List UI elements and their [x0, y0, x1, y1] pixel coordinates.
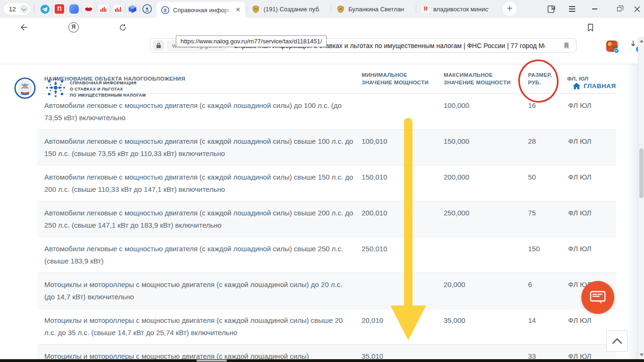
tab-title: Справочная информ: [173, 7, 229, 14]
tab-counter-value: 12: [9, 6, 16, 13]
collections-button[interactable]: [585, 22, 596, 33]
cell-object-name: Мотоциклы и мотороллеры с мощностью двиг…: [44, 279, 355, 303]
col-header-rate: РАЗМЕР, РУБ.: [528, 71, 557, 86]
cell-payers: ФЛ ЮЛ: [568, 243, 613, 255]
fns-emblem-icon: [142, 4, 152, 14]
tab-title: Буланкина Светлана Н: [348, 6, 404, 13]
pinned-tab-chart-2[interactable]: [113, 4, 123, 14]
tax-table-body: Автомобили легковые с мощностью двигател…: [0, 94, 644, 362]
nav-home-link[interactable]: ГЛАВНАЯ: [573, 82, 616, 90]
hamburger-icon: [569, 8, 575, 9]
divider: [34, 5, 34, 13]
cell-object-name: Автомобили легковые с мощностью двигател…: [44, 99, 355, 124]
browser-menu-button[interactable]: [564, 0, 580, 18]
cell-object-name: Автомобили легковые с мощностью двигател…: [44, 135, 355, 160]
cell-max-power: 100,000: [444, 99, 519, 112]
divider: [81, 5, 82, 13]
tab-active-spravochnaya[interactable]: Справочная информ ✕: [157, 2, 245, 18]
cell-min-power: 200,010: [362, 207, 432, 219]
red-chart-icon: [99, 4, 108, 14]
sync-check-badge: [614, 48, 619, 53]
window-minimize-button[interactable]: [586, 0, 603, 18]
pinned-tab-chart-1[interactable]: [98, 4, 108, 14]
scroll-to-top-button[interactable]: [606, 330, 627, 352]
home-icon: [573, 82, 580, 90]
browser-scrollbar[interactable]: [638, 37, 644, 362]
chevron-down-icon: [20, 5, 28, 13]
window-restore-button[interactable]: [611, 0, 627, 18]
cell-rate-rub: 75: [528, 207, 562, 219]
yandex-home-button[interactable]: Я: [68, 22, 79, 33]
telegram-icon: [40, 4, 50, 14]
pinned-tab-blue-app[interactable]: [69, 4, 79, 14]
tab-sozdanie-publik[interactable]: (191) Создание публик: [247, 0, 330, 18]
cell-rate-rub: 150: [528, 243, 562, 255]
cell-object-name: Автомобили легковые с мощностью двигател…: [44, 171, 355, 196]
nav-home-label: ГЛАВНАЯ: [584, 82, 616, 90]
taskbar-edge-highlight: [197, 360, 227, 362]
pinned-tab-lips[interactable]: [83, 4, 94, 14]
cell-rate-rub: 6: [528, 279, 562, 291]
tab-fade: [223, 2, 233, 18]
tab-close-icon[interactable]: ✕: [234, 6, 242, 14]
sidebar-panel-button[interactable]: [543, 0, 559, 18]
logo-line-1: СПРАВОЧНАЯ ИНФОРМАЦИЯ: [70, 80, 146, 86]
cell-rate-rub: 50: [528, 171, 562, 183]
cell-payers: ФЛ ЮЛ: [568, 135, 613, 148]
divider: [66, 5, 67, 13]
tab-counter-button[interactable]: 12: [4, 3, 30, 15]
lock-icon: [156, 42, 161, 49]
cell-object-name: Мотоциклы и мотороллеры с мощностью двиг…: [44, 314, 355, 339]
site-logo-title: СПРАВОЧНАЯ ИНФОРМАЦИЯ О СТАВКАХ И ЛЬГОТА…: [70, 80, 146, 99]
table-row: Автомобили легковые с мощностью двигател…: [0, 201, 644, 237]
tab-fade: [320, 0, 330, 18]
fns-eagle-emblem-icon: [14, 77, 36, 99]
browser-address-bar: Я www.nalog.gov.ru Справочная информация…: [0, 18, 644, 37]
restore-icon: [617, 7, 621, 11]
back-arrow-icon: [19, 23, 28, 32]
divider: [416, 5, 416, 13]
bookmarks-panel-icon: [547, 5, 555, 13]
red-chart-icon: [113, 4, 123, 14]
tab-vladivostok[interactable]: Я владивосток министер: [417, 0, 500, 18]
table-row: Автомобили легковые с мощностью двигател…: [0, 94, 644, 130]
tab-fade: [405, 0, 415, 18]
cell-min-power: 20,010: [362, 314, 432, 327]
cell-rate-rub: 14: [528, 314, 562, 327]
scrollbar-down-arrow-icon[interactable]: [640, 354, 644, 356]
col-header-min: МИНИМАЛЬНОЕ ЗНАЧЕНИЕ МОЩНОСТИ: [362, 71, 438, 86]
scrollbar-thumb[interactable]: [639, 148, 644, 198]
pinned-tab-pikabu[interactable]: П: [54, 4, 65, 14]
cell-rate-rub: 28: [528, 135, 562, 148]
cell-min-power: 100,010: [362, 135, 432, 148]
reload-button[interactable]: [117, 22, 128, 33]
profile-avatar[interactable]: [606, 41, 618, 52]
table-row: Автомобили легковые с мощностью двигател…: [0, 165, 644, 201]
tax-rates-table: НАИМЕНОВАНИЕ ОБЪЕКТА НАЛОГООБЛОЖЕНИЯ МИН…: [0, 64, 644, 362]
tab-bulankina[interactable]: Буланкина Светлана Н: [332, 0, 415, 18]
table-row: Мотоциклы и мотороллеры с мощностью двиг…: [0, 309, 644, 345]
pinned-tab-telegram[interactable]: [40, 4, 50, 14]
cell-max-power: 200,000: [444, 171, 519, 183]
back-button[interactable]: [18, 22, 29, 33]
scrollbar-up-arrow-icon[interactable]: [640, 40, 644, 42]
reload-icon: [118, 23, 127, 32]
new-tab-button[interactable]: +: [503, 2, 517, 16]
pinned-tab-blue-cube[interactable]: [127, 4, 138, 14]
bookmark-flag-icon[interactable]: [563, 42, 570, 49]
ssl-lock-chip[interactable]: [153, 40, 164, 51]
window-close-button[interactable]: [629, 0, 644, 18]
divider: [52, 5, 52, 13]
col-header-max: МАКСИМАЛЬНОЕ ЗНАЧЕНИЕ МОЩНОСТИ: [444, 71, 523, 86]
cell-min-power: 150,010: [362, 171, 432, 183]
logo-line-2: О СТАВКАХ И ЛЬГОТАХ: [70, 86, 146, 92]
lips-icon: [84, 4, 93, 14]
service-ornament-logo-icon: [44, 76, 67, 99]
pinned-tab-fns[interactable]: [142, 4, 152, 14]
cell-payers: ФЛ ЮЛ: [568, 99, 613, 112]
feedback-chat-button[interactable]: [581, 281, 614, 314]
divider: [331, 5, 331, 13]
browser-tab-bar: 12 П Справочная информ ✕: [0, 0, 644, 18]
bottom-taskbar-edge: [0, 359, 644, 362]
cell-rate-rub: 16: [528, 99, 562, 112]
